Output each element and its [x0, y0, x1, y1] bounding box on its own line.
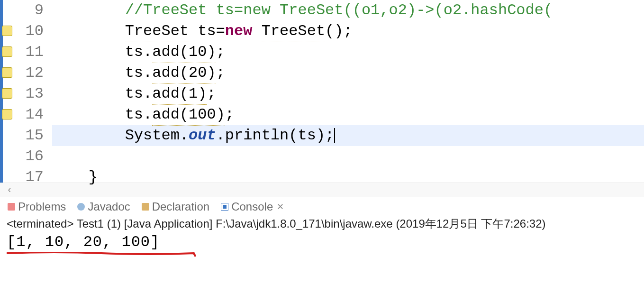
- code-line[interactable]: ts.add(20);: [52, 63, 644, 83]
- problems-icon: [8, 203, 15, 211]
- code-content[interactable]: //TreeSet ts=new TreeSet((o1,o2)->(o2.ha…: [47, 0, 644, 183]
- code-line[interactable]: TreeSet ts=new TreeSet();: [52, 21, 644, 42]
- code-token: add(100): [152, 104, 225, 126]
- code-editor[interactable]: 91011121314151617 //TreeSet ts=new TreeS…: [0, 0, 644, 183]
- code-line[interactable]: System.out.println(ts);: [52, 125, 644, 146]
- code-token: ;: [225, 104, 234, 125]
- line-number: 10: [0, 21, 44, 42]
- gutter: 91011121314151617: [0, 0, 47, 183]
- code-token: ts.: [125, 42, 153, 63]
- line-number: 17: [0, 167, 44, 188]
- tab-label: Declaration: [152, 200, 209, 213]
- code-line[interactable]: //TreeSet ts=new TreeSet((o1,o2)->(o2.ha…: [52, 0, 644, 21]
- bottom-panel: Problems Javadoc Declaration Console ✕ <…: [0, 197, 644, 252]
- code-token: .println(ts);: [216, 125, 335, 146]
- tab-label: Console: [231, 200, 273, 213]
- code-line[interactable]: ts.add(10);: [52, 42, 644, 63]
- code-token: System.: [125, 125, 189, 146]
- code-token: out: [189, 125, 216, 146]
- code-token: add(10): [152, 42, 216, 63]
- code-token: TreeSet: [262, 21, 325, 42]
- tab-label: Problems: [18, 200, 66, 213]
- line-number: 16: [0, 146, 44, 167]
- indent: [52, 167, 89, 188]
- code-token: new: [225, 21, 253, 42]
- console-output-text: [1, 10, 20, 100]: [7, 233, 160, 251]
- line-number: 13: [0, 83, 44, 104]
- tab-label: Javadoc: [88, 200, 130, 213]
- tab-declaration[interactable]: Declaration: [137, 199, 214, 214]
- declaration-icon: [142, 203, 149, 211]
- indent: [52, 104, 125, 125]
- code-token: }: [89, 167, 98, 188]
- code-token: TreeSet: [125, 21, 189, 42]
- tab-javadoc[interactable]: Javadoc: [73, 199, 135, 214]
- code-token: [252, 21, 261, 42]
- code-token: ts.: [125, 104, 153, 125]
- console-icon: [221, 203, 228, 211]
- indent: [52, 83, 125, 104]
- code-token: ;: [216, 42, 225, 63]
- code-line[interactable]: ts.add(1);: [52, 83, 644, 104]
- indent: [52, 0, 125, 21]
- console-output: [1, 10, 20, 100]: [0, 232, 644, 252]
- console-status-line: <terminated> Test1 (1) [Java Application…: [0, 214, 644, 232]
- code-token: ;: [207, 83, 216, 104]
- code-token: ts=: [189, 21, 225, 42]
- code-token: add(1): [152, 83, 207, 105]
- view-tabs: Problems Javadoc Declaration Console ✕: [0, 197, 644, 214]
- line-number: 12: [0, 63, 44, 83]
- line-number: 14: [0, 104, 44, 125]
- indent: [52, 42, 125, 63]
- code-token: //TreeSet ts=new TreeSet((o1,o2)->(o2.ha…: [125, 0, 553, 21]
- code-line[interactable]: [52, 146, 644, 167]
- annotation-underline: [7, 252, 196, 255]
- indent: [52, 63, 125, 83]
- line-number: 9: [0, 0, 44, 21]
- code-token: add(20): [152, 63, 216, 84]
- code-line[interactable]: ts.add(100);: [52, 104, 644, 125]
- code-line[interactable]: }: [52, 167, 644, 188]
- code-token: ts.: [125, 63, 153, 83]
- text-cursor: [334, 128, 335, 143]
- line-number: 11: [0, 42, 44, 63]
- tab-console[interactable]: Console ✕: [216, 199, 289, 214]
- indent: [52, 125, 125, 146]
- tab-problems[interactable]: Problems: [3, 199, 71, 214]
- code-token: ts.: [125, 83, 153, 104]
- close-icon[interactable]: ✕: [277, 202, 284, 212]
- indent: [52, 21, 125, 42]
- line-number: 15: [0, 125, 44, 146]
- code-token: ;: [216, 63, 225, 83]
- javadoc-icon: [77, 203, 85, 211]
- code-token: ();: [325, 21, 353, 42]
